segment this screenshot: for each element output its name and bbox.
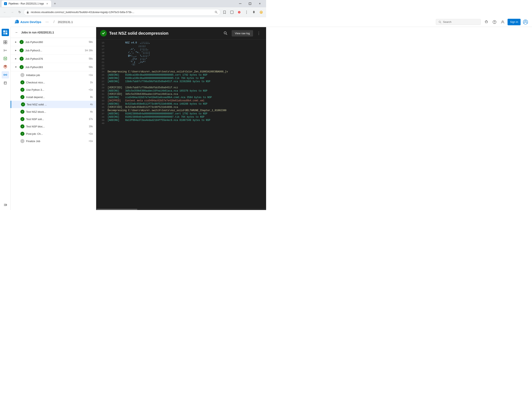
sidebar-item-repos[interactable] [2, 47, 9, 54]
sidebar-item-pipelines[interactable] [2, 71, 9, 78]
sub-job-nsz-block[interactable]: ✓ Test NSZ block... 4s [11, 108, 96, 115]
log-line-number: 27 [100, 80, 104, 83]
sidebar-brand-icon[interactable] [2, 29, 9, 36]
svg-line-29 [226, 34, 227, 35]
sub-job-nsz-solid[interactable]: ✓ Test NSZ solid ... 4s [11, 101, 96, 108]
log-line-text: [ADDING] 8c523a6c658e9112f73c06f521b6489… [108, 103, 207, 105]
sub-job-status-post-job: ✓ [20, 132, 25, 136]
close-button[interactable]: ✕ [255, 0, 264, 7]
log-content[interactable]: 15 NSZ v4.0 ,;:;;;,16 ;;;;;17 .=', ;:;;;… [96, 40, 266, 209]
forward-button[interactable]: → [9, 9, 15, 15]
sub-job-checkout[interactable]: ✓ Checkout nico... 2s [11, 79, 96, 86]
log-line-number: 39 [100, 119, 104, 121]
extension1-button[interactable] [229, 9, 235, 15]
sub-job-python3[interactable]: ✓ Use Python 3... <1s [11, 86, 96, 93]
log-line-number: 35 [100, 106, 104, 108]
extension2-button[interactable]: 7 [236, 9, 243, 15]
job-item-python360[interactable]: ► ✓ Job Python360 58s [11, 38, 96, 46]
log-line-text: [ADDING] cca5494ac62b57e7e410e61a6cead9b… [108, 96, 212, 99]
log-line: 15 NSZ v4.0 ,;:;;;, [96, 41, 266, 45]
sub-job-finalize[interactable]: ○ Finalize Job <1s [11, 137, 96, 145]
log-more-button[interactable]: ⋮ [256, 30, 262, 36]
log-line: 22 `"' [96, 64, 266, 67]
log-line-number: 24 [100, 71, 104, 73]
job-status-python383: ✓ [20, 65, 24, 69]
job-status-python376: ✓ [20, 57, 24, 61]
devops-logo[interactable]: Azure DevOps [14, 20, 41, 24]
sidebar-item-boards[interactable] [2, 39, 9, 46]
sub-job-install[interactable]: ✓ Install depend... 9s [11, 93, 96, 101]
log-line-text: [ADDING] 010023800d64a000000000000000000… [108, 112, 207, 115]
sidebar-item-excel[interactable] [2, 55, 9, 62]
log-line: 20 _(\= ;:;;' [96, 58, 266, 61]
app-sidebar [0, 27, 11, 210]
job-item-python3[interactable]: ► ✓ Job Python3... 1m 18s [11, 46, 96, 55]
log-line-number: 21 [100, 61, 104, 64]
devtools-button[interactable] [258, 9, 264, 15]
svg-rect-22 [5, 42, 7, 44]
log-line: 37[ADDING] 010023800d64a0000000000000000… [96, 112, 266, 115]
tab-bar: A Pipelines - Run 20220131.1 logs ✕ + ✕ [0, 0, 266, 7]
browser-chrome: A Pipelines - Run 20220131.1 logs ✕ + ✕ … [0, 0, 266, 17]
sidebar-item-artifacts[interactable] [2, 63, 9, 70]
log-line-number: 18 [100, 51, 104, 54]
job-expand-python383[interactable]: ▼ [14, 65, 18, 69]
log-line: 40 [96, 122, 266, 125]
menu-button[interactable] [243, 9, 250, 15]
log-line: 34[ADDING] 8c523a6c658e9112f73c06f521b64… [96, 102, 266, 105]
scrollbar-thumb[interactable] [97, 209, 137, 210]
log-line: 31[VERIFIED] 3d5c5e359b6308aabec16fea14b… [96, 92, 266, 96]
sub-job-nsp-block[interactable]: ✓ Test NSP bloc... 19s [11, 123, 96, 130]
jobs-back-button[interactable]: ← [14, 30, 20, 35]
svg-point-11 [246, 12, 247, 13]
job-item-python383[interactable]: ▼ ✓ Job Python383 59s [11, 63, 96, 71]
log-search-button[interactable] [222, 30, 229, 37]
active-tab[interactable]: A Pipelines - Run 20220131.1 logs ✕ [2, 0, 51, 7]
sub-job-nsp-solid[interactable]: ✓ Test NSP soli... 17s [11, 115, 96, 123]
log-line-number: 17 [100, 48, 104, 51]
tab-close-button[interactable]: ✕ [45, 2, 49, 5]
view-raw-button[interactable]: View raw log [232, 30, 253, 36]
log-line: 18 /_', "=. ';;;;; [96, 51, 266, 54]
window-controls: ✕ [236, 0, 264, 7]
bookmark-button[interactable] [221, 9, 228, 15]
sidebar-item-more[interactable] [2, 201, 9, 209]
back-button[interactable]: ← [2, 9, 8, 15]
header-divider: / [54, 20, 55, 24]
svg-point-28 [224, 32, 226, 34]
sub-job-init[interactable]: ○ Initialize job <1s [11, 71, 96, 79]
sidebar-item-packages[interactable] [2, 79, 9, 87]
refresh-button[interactable]: ↻ [16, 9, 23, 15]
log-header: Test NSZ solid decompression View raw lo… [96, 27, 266, 40]
sub-job-post-job[interactable]: ✓ Post-job: Ch... <1s [11, 130, 96, 137]
header-more-button[interactable]: ⋯ [44, 19, 50, 25]
log-line: 30[ADDING] 3d5c5e359b6308aabec16fea14b61… [96, 89, 266, 92]
job-item-python376[interactable]: ► ✓ Job Python376 58s [11, 55, 96, 63]
job-expand-python3[interactable]: ► [14, 48, 18, 52]
horizontal-scrollbar[interactable] [96, 209, 266, 210]
maximize-button[interactable] [245, 0, 255, 7]
job-expand-python360[interactable]: ► [14, 40, 18, 44]
sub-job-name-nsz-block: Test NSZ block... [26, 110, 88, 113]
minimize-button[interactable] [236, 0, 245, 7]
svg-rect-23 [4, 57, 7, 60]
main-panel: ← Jobs in run #20220131.1 ► ✓ Job Python… [11, 27, 266, 210]
log-line-number: 34 [100, 103, 104, 105]
svg-rect-4 [27, 12, 29, 14]
log-line: 23 [96, 67, 266, 70]
address-bar[interactable]: nicoboss.visualstudio.com/nsz/_build/res… [24, 9, 220, 15]
sub-job-name-post-job: Post-job: Ch... [26, 132, 87, 135]
new-tab-button[interactable]: + [52, 1, 58, 7]
log-line-text: /_', "=. ';;;;; [108, 51, 150, 54]
svg-rect-7 [230, 11, 233, 14]
log-line-number: 20 [100, 58, 104, 60]
svg-point-12 [246, 13, 247, 14]
extensions-button[interactable] [251, 9, 257, 15]
sub-job-duration-nsz-solid: 4s [90, 103, 93, 106]
sub-job-name-nsz-solid: Test NSZ solid ... [27, 103, 88, 106]
log-line-number: 32 [100, 96, 104, 99]
sub-job-status-nsp-solid: ✓ [20, 117, 25, 121]
log-line-text: ;;;;; [108, 45, 146, 47]
log-line-number: 37 [100, 113, 104, 115]
job-expand-python376[interactable]: ► [14, 57, 18, 61]
